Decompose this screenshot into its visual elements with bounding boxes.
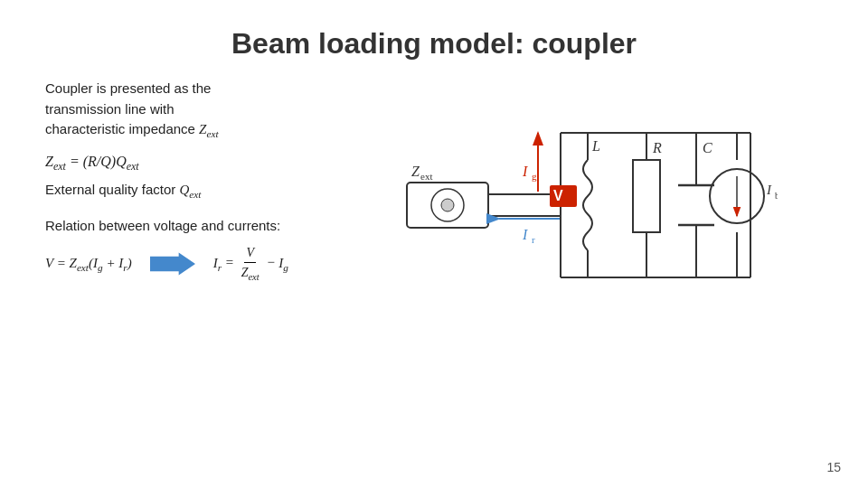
svg-text:V: V xyxy=(553,188,563,203)
svg-text:L: L xyxy=(591,138,600,154)
svg-text:ext: ext xyxy=(420,171,432,182)
page-number: 15 xyxy=(826,460,841,474)
svg-text:g: g xyxy=(532,171,537,182)
svg-text:Z: Z xyxy=(411,164,420,179)
desc-line3: characteristic impedance Zext xyxy=(45,119,335,142)
svg-text:R: R xyxy=(652,140,662,155)
slide-title: Beam loading model: coupler xyxy=(45,27,823,61)
circuit-diagram: Z ext xyxy=(398,79,778,332)
desc-line1: Coupler is presented as the xyxy=(45,79,335,99)
desc-line2: transmission line with xyxy=(45,99,335,120)
right-panel: Z ext xyxy=(353,79,823,332)
svg-rect-29 xyxy=(633,160,660,232)
bottom-formulas: V = Zext(Ig + Ir) Ir = V xyxy=(45,243,335,285)
svg-text:I: I xyxy=(522,227,528,242)
svg-text:r: r xyxy=(532,234,535,245)
svg-text:I: I xyxy=(522,164,528,179)
svg-text:C: C xyxy=(703,140,712,155)
svg-marker-1 xyxy=(150,253,195,276)
blue-arrow-icon xyxy=(150,250,195,277)
description-block: Coupler is presented as the transmission… xyxy=(45,79,335,142)
content-area: Coupler is presented as the transmission… xyxy=(45,79,823,332)
left-panel: Coupler is presented as the transmission… xyxy=(45,79,335,332)
relation-label: Relation between voltage and currents: xyxy=(45,216,335,237)
formula-vleft: V = Zext(Ig + Ir) xyxy=(45,253,132,276)
svg-text:b,rf: b,rf xyxy=(775,191,778,201)
quality-factor-block: External quality factor Qext xyxy=(45,180,335,202)
formula1-block: Zext = (R/Q)Qext xyxy=(45,151,335,174)
svg-text:I: I xyxy=(766,183,772,197)
svg-point-4 xyxy=(441,199,454,211)
formula-vright: Ir = V Zext − Ig xyxy=(213,243,288,285)
slide: Beam loading model: coupler Coupler is p… xyxy=(0,0,868,488)
